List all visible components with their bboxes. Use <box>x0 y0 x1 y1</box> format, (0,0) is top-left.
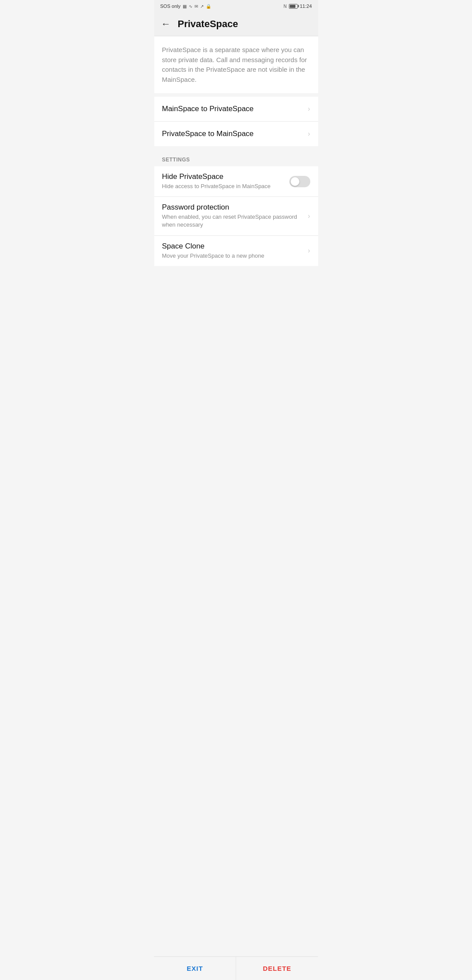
privatespace-to-mainspace[interactable]: PrivateSpace to MainSpace › <box>154 122 318 146</box>
hide-privatespace-content: Hide PrivateSpace Hide access to Private… <box>162 172 289 190</box>
password-protection-subtitle: When enabled, you can reset PrivateSpace… <box>162 213 308 229</box>
mainspace-to-privatespace-label: MainSpace to PrivateSpace <box>162 105 254 113</box>
status-bar: SOS only ▦ ∿ ✉ ↗ 🔒 N 11:24 <box>154 0 318 12</box>
space-clone-subtitle: Move your PrivateSpace to a new phone <box>162 252 308 260</box>
toggle-track <box>289 176 310 187</box>
sim-icon: ▦ <box>183 4 187 9</box>
privatespace-to-mainspace-label: PrivateSpace to MainSpace <box>162 130 254 138</box>
status-left: SOS only ▦ ∿ ✉ ↗ 🔒 <box>160 4 211 9</box>
transfer-list: MainSpace to PrivateSpace › PrivateSpace… <box>154 97 318 146</box>
hide-privatespace-title: Hide PrivateSpace <box>162 172 289 181</box>
space-clone-item[interactable]: Space Clone Move your PrivateSpace to a … <box>154 236 318 266</box>
password-protection-title: Password protection <box>162 203 308 212</box>
description-section: PrivateSpace is a separate space where y… <box>154 36 318 93</box>
app-bar: ← PrivateSpace <box>154 12 318 36</box>
nfc-icon: N <box>284 4 287 9</box>
mainspace-to-privatespace[interactable]: MainSpace to PrivateSpace › <box>154 97 318 122</box>
space-clone-title: Space Clone <box>162 242 308 251</box>
status-right: N 11:24 <box>284 4 312 9</box>
hide-privatespace-item[interactable]: Hide PrivateSpace Hide access to Private… <box>154 166 318 197</box>
space-clone-content: Space Clone Move your PrivateSpace to a … <box>162 242 308 260</box>
page-title: PrivateSpace <box>178 18 238 30</box>
password-protection-item[interactable]: Password protection When enabled, you ca… <box>154 197 318 235</box>
wifi-icon: ∿ <box>189 4 192 9</box>
description-text: PrivateSpace is a separate space where y… <box>162 45 310 84</box>
toggle-thumb <box>291 177 299 186</box>
chevron-right-icon: › <box>308 212 310 220</box>
signal-icon: ↗ <box>200 4 204 9</box>
mail-icon: ✉ <box>194 4 198 9</box>
settings-section: SETTINGS Hide PrivateSpace Hide access t… <box>154 150 318 266</box>
chevron-right-icon: › <box>308 130 310 138</box>
lock-icon: 🔒 <box>206 4 211 9</box>
password-protection-content: Password protection When enabled, you ca… <box>162 203 308 229</box>
clock: 11:24 <box>300 4 312 9</box>
hide-privatespace-subtitle: Hide access to PrivateSpace in MainSpace <box>162 182 289 190</box>
chevron-right-icon: › <box>308 247 310 255</box>
sos-label: SOS only <box>160 4 180 9</box>
settings-header: SETTINGS <box>154 150 318 166</box>
chevron-right-icon: › <box>308 105 310 113</box>
battery-icon <box>289 4 298 9</box>
back-button[interactable]: ← <box>161 18 171 30</box>
hide-privatespace-toggle[interactable] <box>289 176 310 187</box>
